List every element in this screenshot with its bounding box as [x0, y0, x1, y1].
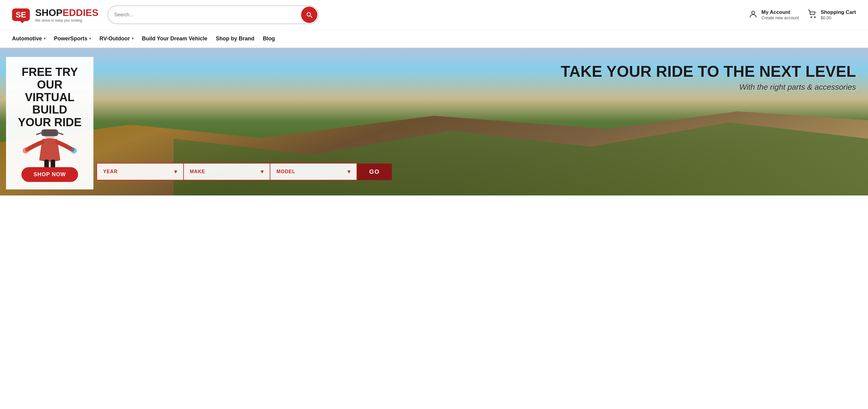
vr-line3: VIRTUAL [18, 91, 82, 104]
svg-rect-6 [41, 130, 58, 136]
vr-promo-text: FREE TRY OUR VIRTUAL BUILD YOUR RIDE [18, 66, 82, 129]
search-icon [306, 11, 313, 18]
model-chevron-icon: ▾ [347, 168, 350, 175]
header-actions: My Account Create new account Shopping C… [749, 9, 856, 20]
nav-item-build-vehicle[interactable]: Build Your Dream Vehicle [142, 30, 216, 47]
vr-line5: YOUR RIDE [18, 116, 82, 129]
svg-point-10 [71, 147, 77, 154]
vr-illustration [12, 129, 87, 167]
account-subtitle: Create new account [761, 15, 799, 20]
search-area [107, 5, 318, 24]
cart-amount: $0.00 [821, 15, 856, 20]
nav-item-powersports[interactable]: PowerSports ▾ [54, 30, 99, 47]
svg-point-2 [752, 11, 755, 14]
site-header: SE SHOP EDDIES We strive to keep you smi… [0, 0, 868, 30]
year-chevron-icon: ▾ [174, 168, 177, 175]
chevron-down-icon: ▾ [132, 36, 133, 41]
brand-shop: SHOP [35, 7, 63, 19]
svg-rect-11 [44, 160, 49, 167]
nav-label-rv-outdoor: RV-Outdoor [99, 36, 130, 42]
hero-subheadline: With the right parts & accessories [391, 82, 856, 92]
brand-eddies: EDDIES [62, 7, 98, 19]
logo-se-text: SE [16, 11, 26, 19]
logo-area[interactable]: SE SHOP EDDIES We strive to keep you smi… [12, 7, 98, 23]
model-label: MODEL [276, 169, 296, 174]
hero-vr-panel: FREE TRY OUR VIRTUAL BUILD YOUR RIDE [6, 57, 93, 190]
vr-line4: BUILD [18, 104, 82, 116]
account-title: My Account [761, 9, 799, 15]
svg-point-9 [23, 147, 29, 154]
nav-item-rv-outdoor[interactable]: RV-Outdoor ▾ [99, 30, 142, 47]
cart-info: Shopping Cart $0.00 [821, 9, 856, 20]
hero-section: FREE TRY OUR VIRTUAL BUILD YOUR RIDE [0, 48, 868, 196]
model-dropdown[interactable]: MODEL ▾ [270, 163, 357, 180]
search-bar [107, 5, 318, 24]
brand-name: SHOP EDDIES [35, 7, 98, 19]
svg-line-7 [36, 133, 41, 135]
shop-now-button[interactable]: SHOP NOW [22, 167, 78, 182]
nav-item-shop-brand[interactable]: Shop by Brand [216, 30, 263, 47]
vr-line1: FREE TRY [18, 66, 82, 79]
logo-badge-wrap: SE [12, 8, 33, 21]
logo-text: SHOP EDDIES We strive to keep you smilin… [35, 7, 98, 23]
cart-area[interactable]: Shopping Cart $0.00 [808, 9, 856, 20]
user-icon [749, 10, 758, 19]
search-input[interactable] [108, 8, 301, 22]
svg-line-1 [310, 16, 312, 18]
logo-badge: SE [12, 8, 30, 21]
year-label: YEAR [103, 169, 118, 174]
nav-item-blog[interactable]: Blog [263, 30, 283, 47]
nav-label-powersports: PowerSports [54, 36, 87, 42]
logo-tagline: We strive to keep you smiling [35, 19, 98, 23]
nav-label-shop-brand: Shop by Brand [216, 36, 254, 42]
nav-label-blog: Blog [263, 36, 275, 42]
svg-rect-12 [51, 160, 55, 167]
chevron-down-icon: ▾ [44, 36, 45, 41]
vr-person-icon [20, 129, 80, 167]
nav-bar: Automotive ▾ PowerSports ▾ RV-Outdoor ▾ … [0, 30, 868, 48]
svg-point-3 [811, 16, 812, 18]
chevron-down-icon: ▾ [89, 36, 91, 41]
vr-line2: OUR [18, 79, 82, 91]
account-icon [749, 10, 758, 20]
hero-text-overlay: TAKE YOUR RIDE TO THE NEXT LEVEL With th… [391, 63, 868, 92]
account-info: My Account Create new account [761, 9, 799, 20]
make-dropdown[interactable]: MAKE ▾ [184, 163, 271, 180]
make-chevron-icon: ▾ [261, 168, 264, 175]
vehicle-selector: YEAR ▾ MAKE ▾ MODEL ▾ GO [96, 163, 392, 180]
hero-headline: TAKE YOUR RIDE TO THE NEXT LEVEL [391, 63, 856, 80]
cart-title: Shopping Cart [821, 9, 856, 15]
make-label: MAKE [190, 169, 205, 174]
cart-icon [808, 10, 817, 20]
account-area[interactable]: My Account Create new account [749, 9, 799, 20]
shopping-cart-icon [808, 10, 817, 19]
search-button[interactable] [301, 7, 317, 23]
nav-label-build-vehicle: Build Your Dream Vehicle [142, 36, 207, 42]
go-button[interactable]: GO [357, 164, 392, 180]
svg-point-4 [814, 16, 815, 18]
nav-item-automotive[interactable]: Automotive ▾ [12, 30, 54, 47]
year-dropdown[interactable]: YEAR ▾ [96, 163, 184, 180]
nav-label-automotive: Automotive [12, 36, 42, 42]
svg-line-8 [58, 133, 63, 135]
